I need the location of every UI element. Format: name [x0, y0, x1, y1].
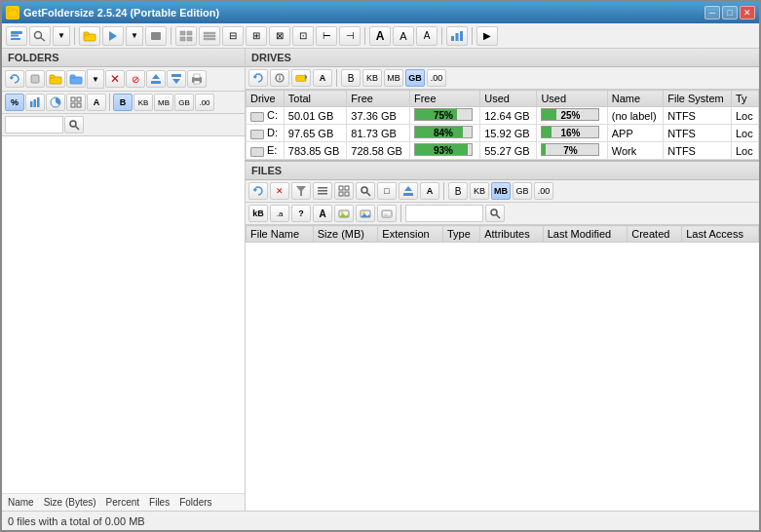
toolbar-btn-1[interactable]	[6, 26, 27, 46]
chart-btn[interactable]	[446, 26, 468, 46]
folders-search-btn[interactable]	[64, 116, 84, 133]
col-total[interactable]: Total	[284, 91, 347, 107]
unit-dec[interactable]: .00	[195, 94, 214, 111]
col-used-pct[interactable]: Used	[537, 91, 607, 107]
view-btn-7[interactable]: ⊢	[316, 26, 337, 46]
fcol-ext[interactable]: Extension	[378, 226, 443, 243]
files-view-btn[interactable]	[334, 182, 354, 200]
unit-b[interactable]: B	[113, 94, 133, 111]
folder-open2-btn[interactable]	[66, 70, 86, 88]
minimize-button[interactable]: ─	[704, 6, 720, 19]
files-az-btn[interactable]: A	[420, 182, 439, 200]
drives-unit-b[interactable]: B	[341, 69, 361, 87]
col-type[interactable]: Ty	[731, 91, 758, 107]
files-unit-mb[interactable]: MB	[491, 182, 511, 200]
view-btn-3[interactable]: ⊟	[222, 26, 244, 46]
drives-unit-kb[interactable]: KB	[362, 69, 382, 87]
refresh-btn[interactable]	[5, 70, 24, 88]
folder-btn[interactable]	[79, 26, 100, 46]
fcol-created[interactable]: Created	[628, 226, 682, 243]
view-btn-2[interactable]	[199, 26, 220, 46]
view-btn-6[interactable]: ⊡	[292, 26, 314, 46]
files-filter1-btn[interactable]: kB	[248, 205, 268, 222]
view-btn-1[interactable]	[175, 26, 197, 46]
view-btn-5[interactable]: ⊠	[269, 26, 290, 46]
text-btn-3[interactable]: A	[416, 26, 438, 46]
col-name[interactable]: Name	[607, 91, 664, 107]
fcol-attr[interactable]: Attributes	[480, 226, 544, 243]
files-img3-btn[interactable]	[377, 205, 397, 222]
text-btn-2[interactable]: A	[393, 26, 414, 46]
folders-list[interactable]	[2, 136, 245, 493]
export-btn[interactable]	[146, 70, 166, 88]
unit-kb[interactable]: KB	[133, 94, 153, 111]
view-btn-4[interactable]: ⊞	[246, 26, 267, 46]
stop-btn[interactable]	[145, 26, 167, 46]
col-free-pct[interactable]: Free	[409, 91, 479, 107]
drives-table-row[interactable]: C:50.01 GB37.36 GB75%12.64 GB25%(no labe…	[247, 107, 759, 125]
drives-props-btn[interactable]	[270, 69, 289, 87]
files-export-btn[interactable]	[399, 182, 418, 200]
files-img2-btn[interactable]	[356, 205, 375, 222]
col-percent[interactable]: Percent	[104, 496, 141, 509]
files-unit-kb[interactable]: KB	[470, 182, 489, 200]
fcol-access[interactable]: Last Access	[682, 226, 759, 243]
files-unit-gb[interactable]: GB	[513, 182, 532, 200]
col-files[interactable]: Files	[147, 496, 171, 509]
folder-open-btn[interactable]	[46, 70, 65, 88]
stop-scan-btn[interactable]	[25, 70, 45, 88]
folder-dropdown[interactable]: ▼	[87, 69, 104, 89]
files-content[interactable]: File Name Size (MB) Extension Type Attri…	[246, 225, 759, 511]
col-fs[interactable]: File System	[664, 91, 732, 107]
play-dropdown[interactable]: ▼	[126, 26, 143, 46]
more-btn[interactable]: ▶	[476, 26, 498, 46]
toolbar-dropdown[interactable]: ▼	[53, 26, 70, 46]
unit-mb[interactable]: MB	[154, 94, 173, 111]
delete-btn[interactable]: ✕	[105, 70, 125, 88]
drives-table-row[interactable]: E:783.85 GB728.58 GB93%55.27 GB7%WorkNTF…	[247, 142, 759, 160]
clear-btn[interactable]: ⊘	[126, 70, 145, 88]
files-list-btn[interactable]	[313, 182, 332, 200]
files-filter-btn[interactable]	[291, 182, 311, 200]
drives-refresh-btn[interactable]	[248, 69, 268, 87]
drives-scan-btn[interactable]	[291, 69, 311, 87]
text-btn-1[interactable]: A	[369, 26, 391, 46]
fcol-modified[interactable]: Last Modified	[543, 226, 628, 243]
files-stop-btn[interactable]: ✕	[270, 182, 289, 200]
chart2-btn[interactable]	[25, 94, 45, 111]
fcol-size[interactable]: Size (MB)	[313, 226, 378, 243]
files-view2-btn[interactable]: □	[377, 182, 397, 200]
grid-btn[interactable]	[66, 94, 86, 111]
drives-unit-dec[interactable]: .00	[427, 69, 446, 87]
maximize-button[interactable]: □	[722, 6, 738, 19]
col-used-gb[interactable]: Used	[480, 91, 537, 107]
files-search2-btn[interactable]	[485, 205, 505, 222]
files-unit-b[interactable]: B	[448, 182, 468, 200]
files-img1-btn[interactable]	[334, 205, 354, 222]
view-btn-8[interactable]: ⊣	[339, 26, 361, 46]
print-btn[interactable]	[187, 70, 207, 88]
percent-btn[interactable]: %	[5, 94, 24, 111]
az-btn[interactable]: A	[87, 94, 106, 111]
col-folders[interactable]: Folders	[177, 496, 213, 509]
files-unit-dec[interactable]: .00	[534, 182, 553, 200]
col-free[interactable]: Free	[347, 91, 410, 107]
files-filter3-btn[interactable]: A	[313, 205, 332, 222]
unit-gb[interactable]: GB	[174, 94, 194, 111]
files-search-btn[interactable]	[356, 182, 375, 200]
col-drive[interactable]: Drive	[247, 91, 285, 107]
files-filter2-btn[interactable]: .a	[270, 205, 289, 222]
files-search-input[interactable]	[405, 205, 483, 222]
drives-table-row[interactable]: D:97.65 GB81.73 GB84%15.92 GB16%APPNTFSL…	[247, 125, 759, 142]
toolbar-btn-2[interactable]	[29, 26, 51, 46]
drives-unit-mb[interactable]: MB	[384, 69, 403, 87]
import-btn[interactable]	[167, 70, 186, 88]
fcol-filename[interactable]: File Name	[247, 226, 314, 243]
col-name[interactable]: Name	[6, 496, 36, 509]
folders-search-input[interactable]	[5, 116, 63, 133]
chart3-btn[interactable]	[46, 94, 65, 111]
col-size[interactable]: Size (Bytes)	[42, 496, 98, 509]
drives-az-btn[interactable]: A	[313, 69, 332, 87]
play-btn[interactable]	[102, 26, 124, 46]
close-button[interactable]: ✕	[740, 6, 755, 19]
